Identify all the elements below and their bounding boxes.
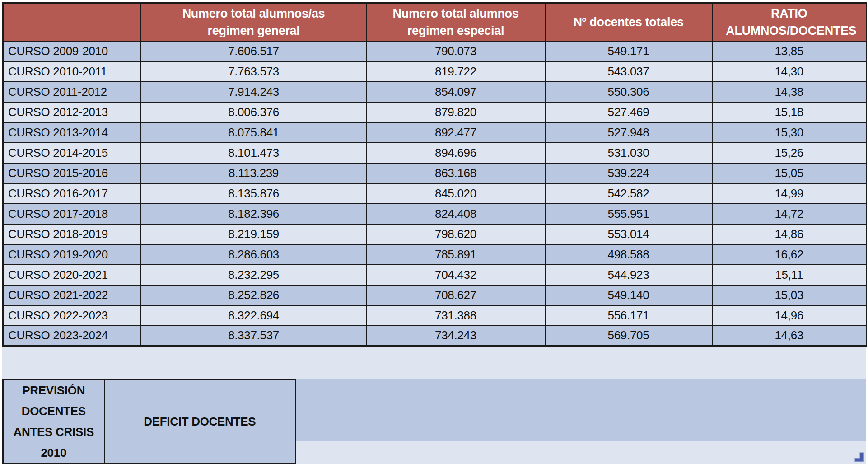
cell-alumnos-regimen-general: 8.075.841: [141, 122, 367, 143]
row-label-curso: CURSO 2009-2010: [3, 41, 141, 61]
cell-ratio: 14,63: [712, 326, 867, 346]
cell-ratio: 16,62: [712, 244, 867, 265]
table-row: CURSO 2014-2015 8.101.473 894.696 531.03…: [3, 143, 867, 163]
cell-ratio: 14,96: [712, 305, 867, 326]
cell-alumnos-regimen-especial: 845.020: [367, 183, 545, 204]
cell-ratio: 14,99: [712, 183, 867, 204]
cell-docentes-totales: 549.171: [545, 41, 712, 61]
summary-header-label: PREVISIÓN DOCENTES ANTES CRISIS 2010: [7, 380, 101, 463]
cell-alumnos-regimen-general: 8.252.826: [141, 285, 367, 305]
header-cell-empty: [3, 3, 141, 41]
table-row: CURSO 2009-2010 7.606.517 790.073 549.17…: [3, 41, 867, 61]
cell-docentes-totales: 542.582: [545, 183, 712, 204]
cell-ratio: 14,86: [712, 224, 867, 244]
cell-alumnos-regimen-general: 8.232.295: [141, 265, 367, 285]
cell-alumnos-regimen-general: 8.322.694: [141, 305, 367, 326]
row-label-curso: CURSO 2013-2014: [3, 122, 141, 143]
table-row: CURSO 2023-2024 8.337.537 734.243 569.70…: [3, 326, 867, 346]
summary-table: PREVISIÓN DOCENTES ANTES CRISIS 2010 DEF…: [2, 379, 296, 464]
table-row: CURSO 2010-2011 7.763.573 819.722 543.03…: [3, 61, 867, 82]
fill-handle-icon[interactable]: [854, 452, 864, 462]
cell-ratio: 15,03: [712, 285, 867, 305]
cell-ratio: 14,38: [712, 82, 867, 102]
cell-alumnos-regimen-especial: 708.627: [367, 285, 545, 305]
row-label-curso: CURSO 2020-2021: [3, 265, 141, 285]
row-label-curso: CURSO 2014-2015: [3, 143, 141, 163]
table-row: CURSO 2018-2019 8.219.159 798.620 553.01…: [3, 224, 867, 244]
header-cell-alumnos-regimen-especial: Numero total alumnos regimen especial: [367, 3, 545, 41]
header-label: RATIO ALUMNOS/DOCENTES: [726, 5, 852, 39]
cell-alumnos-regimen-general: 8.286.603: [141, 244, 367, 265]
cell-alumnos-regimen-general: 8.006.376: [141, 102, 367, 122]
fill-handle-shape: [855, 453, 864, 462]
cell-alumnos-regimen-especial: 790.073: [367, 41, 545, 61]
cell-alumnos-regimen-general: 8.182.396: [141, 204, 367, 224]
cell-ratio: 15,30: [712, 122, 867, 143]
table-row: CURSO 2021-2022 8.252.826 708.627 549.14…: [3, 285, 867, 305]
cell-ratio: 15,26: [712, 143, 867, 163]
header-label: Nº docentes totales: [573, 14, 683, 31]
header-cell-alumnos-regimen-general: Numero total alumnos/as regimen general: [141, 3, 367, 41]
cell-docentes-totales: 553.014: [545, 224, 712, 244]
header-cell-ratio: RATIO ALUMNOS/DOCENTES: [712, 3, 867, 41]
cell-alumnos-regimen-especial: 704.432: [367, 265, 545, 285]
cell-docentes-totales: 555.951: [545, 204, 712, 224]
header-row: Numero total alumnos/as regimen general …: [3, 3, 867, 41]
cell-alumnos-regimen-especial: 879.820: [367, 102, 545, 122]
table-row: CURSO 2017-2018 8.182.396 824.408 555.95…: [3, 204, 867, 224]
table-row: CURSO 2013-2014 8.075.841 892.477 527.94…: [3, 122, 867, 143]
table-row: CURSO 2019-2020 8.286.603 785.891 498.58…: [3, 244, 867, 265]
cell-docentes-totales: 531.030: [545, 143, 712, 163]
cell-alumnos-regimen-general: 8.337.537: [141, 326, 367, 346]
cell-ratio: 15,05: [712, 163, 867, 183]
cell-alumnos-regimen-especial: 894.696: [367, 143, 545, 163]
summary-header-prevision: PREVISIÓN DOCENTES ANTES CRISIS 2010: [3, 380, 104, 464]
table-row: CURSO 2016-2017 8.135.876 845.020 542.58…: [3, 183, 867, 204]
row-label-curso: CURSO 2021-2022: [3, 285, 141, 305]
table-row: CURSO 2011-2012 7.914.243 854.097 550.30…: [3, 82, 867, 102]
cell-alumnos-regimen-especial: 819.722: [367, 61, 545, 82]
enrollment-table: Numero total alumnos/as regimen general …: [2, 2, 867, 347]
cell-docentes-totales: 556.171: [545, 305, 712, 326]
cell-alumnos-regimen-general: 8.135.876: [141, 183, 367, 204]
cell-docentes-totales: 527.469: [545, 102, 712, 122]
row-label-curso: CURSO 2011-2012: [3, 82, 141, 102]
row-label-curso: CURSO 2017-2018: [3, 204, 141, 224]
header-cell-docentes-totales: Nº docentes totales: [545, 3, 712, 41]
cell-alumnos-regimen-general: 7.914.243: [141, 82, 367, 102]
table-row: CURSO 2022-2023 8.322.694 731.388 556.17…: [3, 305, 867, 326]
table-row: CURSO 2020-2021 8.232.295 704.432 544.92…: [3, 265, 867, 285]
cell-alumnos-regimen-general: 8.219.159: [141, 224, 367, 244]
row-label-curso: CURSO 2015-2016: [3, 163, 141, 183]
cell-docentes-totales: 544.923: [545, 265, 712, 285]
cell-alumnos-regimen-especial: 824.408: [367, 204, 545, 224]
table-row: CURSO 2015-2016 8.113.239 863.168 539.22…: [3, 163, 867, 183]
header-label: Numero total alumnos/as regimen general: [175, 5, 333, 39]
cell-alumnos-regimen-especial: 892.477: [367, 122, 545, 143]
cell-docentes-totales: 498.588: [545, 244, 712, 265]
row-label-curso: CURSO 2010-2011: [3, 61, 141, 82]
cell-ratio: 15,11: [712, 265, 867, 285]
header-label: Numero total alumnos regimen especial: [377, 5, 535, 39]
summary-header-deficit: DEFICIT DOCENTES: [104, 380, 296, 464]
row-label-curso: CURSO 2012-2013: [3, 102, 141, 122]
cell-ratio: 15,18: [712, 102, 867, 122]
row-label-curso: CURSO 2018-2019: [3, 224, 141, 244]
summary-header-row: PREVISIÓN DOCENTES ANTES CRISIS 2010 DEF…: [3, 380, 296, 464]
enrollment-table-body: CURSO 2009-2010 7.606.517 790.073 549.17…: [3, 41, 867, 346]
spacer-band: [2, 345, 866, 379]
row-label-curso: CURSO 2016-2017: [3, 183, 141, 204]
cell-ratio: 14,72: [712, 204, 867, 224]
cell-docentes-totales: 539.224: [545, 163, 712, 183]
cell-alumnos-regimen-especial: 863.168: [367, 163, 545, 183]
cell-alumnos-regimen-especial: 731.388: [367, 305, 545, 326]
row-label-curso: CURSO 2019-2020: [3, 244, 141, 265]
cell-docentes-totales: 543.037: [545, 61, 712, 82]
summary-header-label: DEFICIT DOCENTES: [144, 411, 256, 432]
row-label-curso: CURSO 2023-2024: [3, 326, 141, 346]
row-label-curso: CURSO 2022-2023: [3, 305, 141, 326]
cell-alumnos-regimen-especial: 854.097: [367, 82, 545, 102]
cell-alumnos-regimen-especial: 734.243: [367, 326, 545, 346]
cell-alumnos-regimen-especial: 785.891: [367, 244, 545, 265]
cell-docentes-totales: 527.948: [545, 122, 712, 143]
